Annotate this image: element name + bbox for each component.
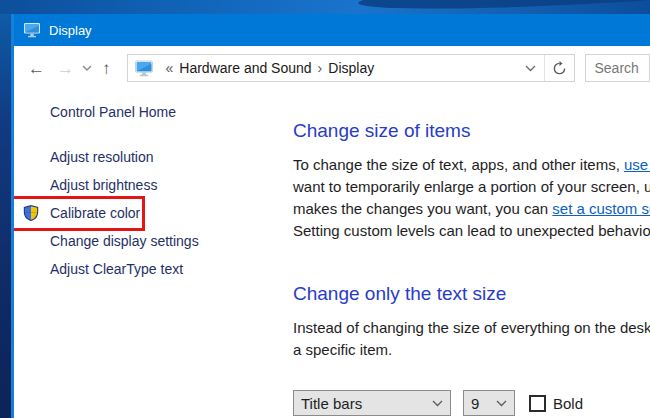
- paragraph-line: a specific item.: [293, 339, 650, 361]
- chevron-down-icon: [496, 400, 507, 407]
- sidebar-item-adjust-cleartype-text[interactable]: Adjust ClearType text: [50, 260, 279, 278]
- paragraph-line: Instead of changing the size of everythi…: [293, 317, 650, 339]
- window-body: Control Panel Home Adjust resolution Adj…: [14, 90, 650, 418]
- breadcrumb-separator-icon: ›: [312, 60, 329, 76]
- use-display-settings-link[interactable]: use the: [624, 156, 650, 173]
- refresh-icon: [552, 61, 567, 76]
- set-custom-scaling-link[interactable]: set a custom scali: [552, 200, 650, 217]
- bold-checkbox[interactable]: [529, 395, 546, 412]
- forward-button[interactable]: →: [51, 56, 80, 81]
- bold-checkbox-label[interactable]: Bold: [553, 395, 583, 412]
- text-size-controls: Title bars 9 Bold: [293, 390, 650, 416]
- sidebar-item-adjust-brightness[interactable]: Adjust brightness: [50, 176, 279, 194]
- section-heading: Change size of items: [293, 120, 650, 142]
- display-monitor-icon: [23, 22, 41, 38]
- paragraph-line: want to temporarily enlarge a portion of…: [293, 176, 650, 198]
- sidebar-item-change-display-settings[interactable]: Change display settings: [50, 232, 279, 250]
- control-panel-window: Display ← → ↑ « Hardware and Sound › Dis…: [11, 14, 650, 418]
- sidebar-item-adjust-resolution[interactable]: Adjust resolution: [50, 148, 279, 166]
- font-size-select[interactable]: 9: [463, 390, 515, 416]
- section-heading: Change only the text size: [293, 283, 650, 305]
- item-select-value: Title bars: [301, 395, 432, 412]
- font-size-select-value: 9: [471, 395, 496, 412]
- sidebar-item-control-panel-home[interactable]: Control Panel Home: [50, 103, 279, 121]
- back-button[interactable]: ←: [22, 56, 51, 81]
- body-text: To change the size of text, apps, and ot…: [293, 156, 624, 173]
- section-change-size-of-items: Change size of items To change the size …: [293, 120, 650, 242]
- refresh-button[interactable]: [544, 55, 574, 81]
- window-title: Display: [49, 23, 92, 38]
- sidebar-row-calibrate-color: Calibrate color: [50, 204, 279, 222]
- main-content: Change size of items To change the size …: [279, 90, 650, 418]
- wallpaper-wave: [0, 0, 650, 14]
- chevron-down-icon: [432, 400, 443, 407]
- address-dropdown-chevron-icon[interactable]: [517, 55, 544, 81]
- sidebar-item-calibrate-color[interactable]: Calibrate color: [50, 204, 279, 222]
- search-input[interactable]: Search: [585, 54, 650, 82]
- breadcrumb-root-chevrons[interactable]: «: [160, 60, 180, 76]
- paragraph-line: makes the changes you want, you can set …: [293, 198, 650, 220]
- address-bar[interactable]: « Hardware and Sound › Display: [127, 54, 575, 82]
- navigation-toolbar: ← → ↑ « Hardware and Sound › Display: [14, 46, 650, 90]
- item-select[interactable]: Title bars: [293, 390, 451, 416]
- up-button[interactable]: ↑: [96, 56, 117, 81]
- body-text: makes the changes you want, you can: [293, 200, 552, 217]
- paragraph-line: Setting custom levels can lead to unexpe…: [293, 220, 650, 242]
- sidebar: Control Panel Home Adjust resolution Adj…: [14, 90, 279, 418]
- title-bar: Display: [14, 14, 650, 46]
- uac-shield-icon: [22, 204, 40, 222]
- breadcrumb-display[interactable]: Display: [328, 60, 374, 76]
- section-change-only-text-size: Change only the text size Instead of cha…: [293, 283, 650, 416]
- display-monitor-icon: [134, 60, 154, 77]
- breadcrumb-hardware-and-sound[interactable]: Hardware and Sound: [179, 60, 311, 76]
- paragraph-line: To change the size of text, apps, and ot…: [293, 154, 650, 176]
- recent-pages-chevron-icon[interactable]: [80, 61, 94, 75]
